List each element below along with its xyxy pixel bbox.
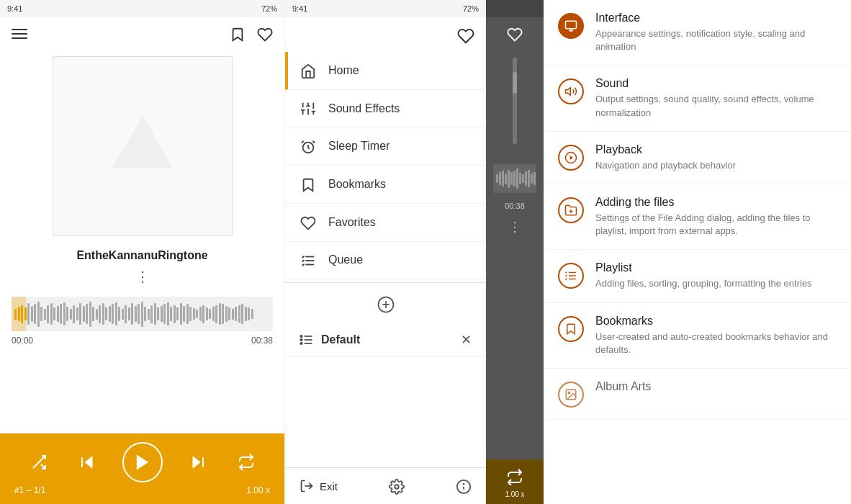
playlist-desc: Adding files, sorting, grouping, formatt… (595, 277, 812, 290)
close-playlist-icon[interactable]: ✕ (461, 332, 472, 348)
bookmark-icon[interactable] (230, 24, 246, 43)
settings-item-sound[interactable]: Sound Output settings, sound quality, so… (544, 66, 851, 131)
album-arts-title: Album Arts (595, 380, 651, 393)
track-name: EntheKannanuRingtone (0, 242, 284, 265)
hamburger-icon[interactable] (12, 29, 27, 39)
mini-bottom-controls: 1.00 x (486, 459, 544, 504)
playlist-row[interactable]: Default ✕ (285, 323, 486, 357)
repeat-button[interactable] (233, 449, 259, 475)
settings-item-album-arts[interactable]: Album Arts (544, 369, 851, 420)
svg-marker-4 (85, 456, 92, 468)
player-info-bar: #1 – 1/1 1.00 x (0, 482, 284, 498)
menu-sound-effects-label: Sound Effects (328, 102, 400, 115)
waveform[interactable] (12, 297, 273, 331)
right-panel: 00:38 ⋮ 1.00 x Interface Ap (486, 0, 851, 504)
playlist-icon (558, 263, 584, 289)
exit-label: Exit (320, 480, 338, 492)
svg-point-29 (300, 339, 302, 341)
mini-scroll-thumb (513, 72, 517, 94)
album-arts-icon (558, 382, 584, 408)
interface-title: Interface (595, 12, 837, 24)
add-folder-icon (558, 197, 584, 223)
add-playlist-button[interactable] (285, 286, 486, 323)
menu-item-sleep-timer[interactable]: Sleep Timer (285, 127, 486, 166)
play-button[interactable] (122, 442, 163, 482)
svg-point-51 (568, 392, 569, 393)
equalizer-icon (300, 100, 317, 117)
settings-gear-icon[interactable] (389, 477, 405, 495)
mini-speed[interactable]: 1.00 x (505, 490, 524, 498)
menu-header (285, 17, 486, 52)
add-files-text: Adding the files Settings of the File Ad… (595, 196, 837, 238)
menu-status-bar: 9:41 72% (285, 0, 486, 17)
player-battery: 72% (261, 4, 277, 13)
menu-footer: Exit (285, 467, 486, 504)
album-art (53, 56, 233, 236)
album-arts-text: Album Arts (595, 380, 651, 396)
svg-marker-41 (570, 156, 574, 160)
settings-item-bookmarks[interactable]: Bookmarks User-created and auto-created … (544, 303, 851, 369)
time-end: 00:38 (251, 336, 273, 346)
playlist-text: Playlist Adding files, sorting, grouping… (595, 261, 812, 290)
sound-icon (558, 78, 584, 104)
menu-item-home[interactable]: Home (285, 52, 486, 90)
settings-item-playback[interactable]: Playback Navigation and playback behavio… (544, 132, 851, 184)
playback-title: Playback (595, 143, 736, 156)
svg-rect-36 (566, 21, 577, 29)
timer-icon (300, 138, 317, 155)
svg-rect-1 (125, 156, 160, 166)
player-toolbar (0, 17, 284, 50)
menu-item-bookmarks[interactable]: Bookmarks (285, 166, 486, 204)
menu-item-sound-effects[interactable]: Sound Effects (285, 90, 486, 128)
menu-heart-icon[interactable] (457, 24, 474, 45)
svg-point-32 (395, 485, 399, 489)
mini-heart-button[interactable] (507, 24, 523, 43)
mini-waveform[interactable] (493, 164, 536, 193)
menu-item-queue[interactable]: Queue (285, 242, 486, 280)
sound-text: Sound Output settings, sound quality, so… (595, 77, 837, 119)
favorite-icon (300, 214, 317, 231)
settings-item-add-files[interactable]: Adding the files Settings of the File Ad… (544, 184, 851, 250)
playlist-title: Playlist (595, 261, 812, 274)
home-icon (300, 62, 317, 79)
playback-icon (558, 145, 584, 171)
prev-button[interactable] (74, 449, 100, 475)
track-info: #1 – 1/1 (14, 485, 45, 495)
menu-favorites-label: Favorites (328, 216, 376, 229)
interface-icon (558, 13, 584, 39)
settings-panel: Interface Appearance settings, notificat… (544, 0, 851, 504)
player-panel: 9:41 72% EntheKannanuRingto (0, 0, 284, 504)
sound-desc: Output settings, sound quality, sound ef… (595, 93, 837, 119)
exit-button[interactable]: Exit (300, 479, 338, 493)
shuffle-button[interactable] (26, 449, 52, 475)
menu-battery: 72% (463, 4, 479, 13)
playback-text: Playback Navigation and playback behavio… (595, 143, 736, 172)
interface-text: Interface Appearance settings, notificat… (595, 12, 837, 53)
sound-title: Sound (595, 77, 837, 90)
next-button[interactable] (185, 449, 211, 475)
mini-scroll-track[interactable] (513, 58, 517, 144)
heart-icon[interactable] (257, 24, 273, 43)
menu-item-favorites[interactable]: Favorites (285, 204, 486, 242)
menu-divider (285, 282, 486, 283)
info-icon[interactable] (456, 477, 472, 495)
mini-time: 00:38 (505, 202, 525, 210)
playback-speed[interactable]: 1.00 x (246, 485, 270, 495)
svg-marker-39 (566, 88, 571, 96)
playlist-name: Default (321, 333, 360, 346)
settings-item-playlist[interactable]: Playlist Adding files, sorting, grouping… (544, 250, 851, 302)
bookmarks-settings-icon (558, 316, 584, 342)
svg-marker-7 (193, 456, 200, 468)
mini-more-options[interactable]: ⋮ (508, 219, 521, 235)
more-options-button[interactable]: ⋮ (0, 265, 284, 288)
mini-loop-button[interactable] (506, 468, 523, 486)
playback-desc: Navigation and playback behavior (595, 159, 736, 172)
menu-time: 9:41 (292, 4, 307, 13)
bookmarks-settings-title: Bookmarks (595, 315, 837, 328)
menu-items-list: Home Sound Effects (285, 52, 486, 467)
bookmarks-settings-desc: User-created and auto-created bookmarks … (595, 330, 837, 356)
add-files-title: Adding the files (595, 196, 837, 209)
svg-point-30 (300, 343, 302, 345)
svg-point-28 (300, 336, 302, 338)
settings-item-interface[interactable]: Interface Appearance settings, notificat… (544, 0, 851, 66)
